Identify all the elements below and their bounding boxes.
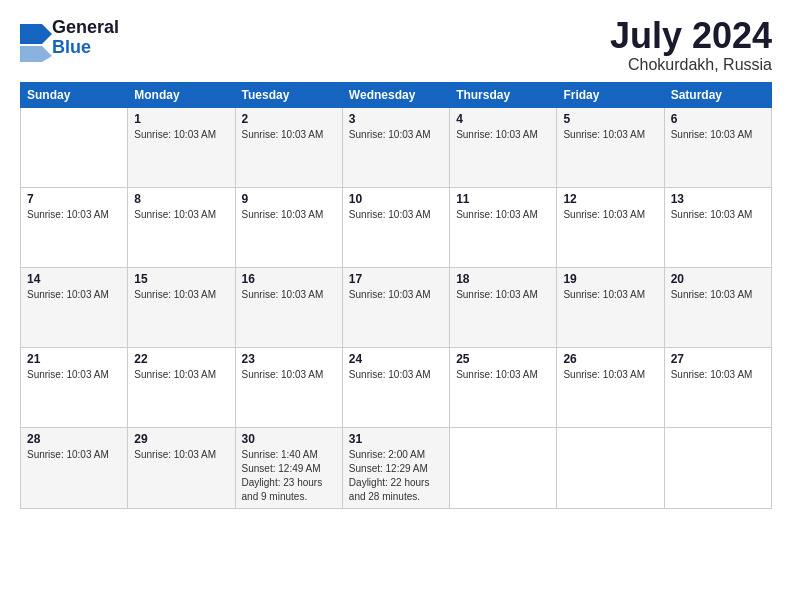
table-row: 18Sunrise: 10:03 AM <box>450 268 557 348</box>
day-info: Sunrise: 1:40 AMSunset: 12:49 AMDaylight… <box>242 448 336 504</box>
header: General Blue July 2024 Chokurdakh, Russi… <box>20 18 772 74</box>
day-number: 20 <box>671 272 765 286</box>
calendar-week-row: 14Sunrise: 10:03 AM15Sunrise: 10:03 AM16… <box>21 268 772 348</box>
logo: General Blue <box>20 18 119 58</box>
day-number: 2 <box>242 112 336 126</box>
svg-marker-1 <box>20 46 52 62</box>
day-number: 15 <box>134 272 228 286</box>
day-info: Sunrise: 10:03 AM <box>671 128 765 142</box>
table-row: 30Sunrise: 1:40 AMSunset: 12:49 AMDaylig… <box>235 428 342 509</box>
table-row: 22Sunrise: 10:03 AM <box>128 348 235 428</box>
day-info: Sunrise: 10:03 AM <box>134 368 228 382</box>
table-row: 6Sunrise: 10:03 AM <box>664 108 771 188</box>
table-row: 7Sunrise: 10:03 AM <box>21 188 128 268</box>
day-number: 8 <box>134 192 228 206</box>
day-info: Sunrise: 10:03 AM <box>27 368 121 382</box>
col-saturday: Saturday <box>664 83 771 108</box>
day-info: Sunrise: 10:03 AM <box>27 288 121 302</box>
day-info: Sunrise: 10:03 AM <box>242 208 336 222</box>
table-row: 9Sunrise: 10:03 AM <box>235 188 342 268</box>
day-number: 9 <box>242 192 336 206</box>
day-info: Sunrise: 10:03 AM <box>563 128 657 142</box>
day-number: 7 <box>27 192 121 206</box>
table-row: 20Sunrise: 10:03 AM <box>664 268 771 348</box>
table-row <box>557 428 664 509</box>
day-number: 18 <box>456 272 550 286</box>
day-number: 13 <box>671 192 765 206</box>
day-number: 29 <box>134 432 228 446</box>
day-number: 25 <box>456 352 550 366</box>
logo-blue: Blue <box>52 37 91 57</box>
day-info: Sunrise: 10:03 AM <box>456 288 550 302</box>
day-info: Sunrise: 10:03 AM <box>671 208 765 222</box>
table-row: 13Sunrise: 10:03 AM <box>664 188 771 268</box>
table-row: 3Sunrise: 10:03 AM <box>342 108 449 188</box>
title-area: July 2024 Chokurdakh, Russia <box>610 18 772 74</box>
day-info: Sunrise: 10:03 AM <box>349 208 443 222</box>
table-row: 21Sunrise: 10:03 AM <box>21 348 128 428</box>
day-info: Sunrise: 10:03 AM <box>134 208 228 222</box>
location-title: Chokurdakh, Russia <box>610 56 772 74</box>
day-number: 12 <box>563 192 657 206</box>
table-row: 12Sunrise: 10:03 AM <box>557 188 664 268</box>
table-row: 26Sunrise: 10:03 AM <box>557 348 664 428</box>
table-row <box>450 428 557 509</box>
day-number: 17 <box>349 272 443 286</box>
table-row <box>664 428 771 509</box>
day-info: Sunrise: 10:03 AM <box>27 208 121 222</box>
day-number: 1 <box>134 112 228 126</box>
day-info: Sunrise: 10:03 AM <box>563 208 657 222</box>
table-row: 25Sunrise: 10:03 AM <box>450 348 557 428</box>
table-row: 2Sunrise: 10:03 AM <box>235 108 342 188</box>
day-number: 23 <box>242 352 336 366</box>
day-info: Sunrise: 10:03 AM <box>349 128 443 142</box>
day-number: 21 <box>27 352 121 366</box>
day-info: Sunrise: 10:03 AM <box>27 448 121 462</box>
day-info: Sunrise: 10:03 AM <box>563 368 657 382</box>
table-row: 23Sunrise: 10:03 AM <box>235 348 342 428</box>
calendar-week-row: 7Sunrise: 10:03 AM8Sunrise: 10:03 AM9Sun… <box>21 188 772 268</box>
calendar-week-row: 28Sunrise: 10:03 AM29Sunrise: 10:03 AM30… <box>21 428 772 509</box>
month-title: July 2024 <box>610 18 772 54</box>
table-row: 16Sunrise: 10:03 AM <box>235 268 342 348</box>
col-wednesday: Wednesday <box>342 83 449 108</box>
logo-text: General Blue <box>52 18 119 58</box>
day-number: 5 <box>563 112 657 126</box>
table-row: 15Sunrise: 10:03 AM <box>128 268 235 348</box>
page: General Blue July 2024 Chokurdakh, Russi… <box>0 0 792 612</box>
table-row: 28Sunrise: 10:03 AM <box>21 428 128 509</box>
calendar-header-row: Sunday Monday Tuesday Wednesday Thursday… <box>21 83 772 108</box>
table-row: 14Sunrise: 10:03 AM <box>21 268 128 348</box>
day-number: 14 <box>27 272 121 286</box>
table-row: 5Sunrise: 10:03 AM <box>557 108 664 188</box>
day-number: 27 <box>671 352 765 366</box>
day-info: Sunrise: 10:03 AM <box>349 288 443 302</box>
day-number: 10 <box>349 192 443 206</box>
day-info: Sunrise: 10:03 AM <box>671 368 765 382</box>
col-thursday: Thursday <box>450 83 557 108</box>
table-row: 11Sunrise: 10:03 AM <box>450 188 557 268</box>
calendar-week-row: 21Sunrise: 10:03 AM22Sunrise: 10:03 AM23… <box>21 348 772 428</box>
logo-icon <box>20 24 48 52</box>
table-row: 17Sunrise: 10:03 AM <box>342 268 449 348</box>
day-number: 22 <box>134 352 228 366</box>
day-number: 6 <box>671 112 765 126</box>
day-number: 3 <box>349 112 443 126</box>
col-sunday: Sunday <box>21 83 128 108</box>
day-number: 19 <box>563 272 657 286</box>
day-info: Sunrise: 10:03 AM <box>242 128 336 142</box>
day-info: Sunrise: 10:03 AM <box>456 208 550 222</box>
table-row: 24Sunrise: 10:03 AM <box>342 348 449 428</box>
day-number: 16 <box>242 272 336 286</box>
table-row <box>21 108 128 188</box>
table-row: 4Sunrise: 10:03 AM <box>450 108 557 188</box>
table-row: 27Sunrise: 10:03 AM <box>664 348 771 428</box>
col-friday: Friday <box>557 83 664 108</box>
day-number: 11 <box>456 192 550 206</box>
day-info: Sunrise: 10:03 AM <box>349 368 443 382</box>
calendar-week-row: 1Sunrise: 10:03 AM2Sunrise: 10:03 AM3Sun… <box>21 108 772 188</box>
calendar-table: Sunday Monday Tuesday Wednesday Thursday… <box>20 82 772 509</box>
day-number: 28 <box>27 432 121 446</box>
day-info: Sunrise: 10:03 AM <box>456 368 550 382</box>
day-info: Sunrise: 10:03 AM <box>134 128 228 142</box>
